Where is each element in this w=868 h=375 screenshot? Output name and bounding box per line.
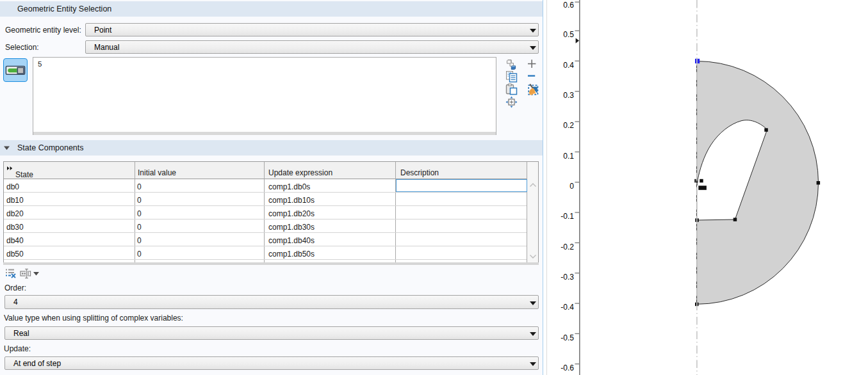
svg-text:-0.4: -0.4 bbox=[561, 303, 574, 312]
svg-text:-0.6: -0.6 bbox=[561, 363, 574, 372]
svg-text:0.5: 0.5 bbox=[563, 30, 574, 39]
svg-text:-0.2: -0.2 bbox=[561, 243, 574, 251]
svg-text:0.6: 0.6 bbox=[563, 1, 574, 10]
svg-text:0.1: 0.1 bbox=[563, 152, 574, 161]
svg-text:0: 0 bbox=[569, 182, 574, 191]
svg-text:-0.5: -0.5 bbox=[561, 333, 574, 342]
svg-text:0.2: 0.2 bbox=[563, 121, 574, 130]
svg-text:0.4: 0.4 bbox=[563, 61, 574, 70]
svg-text:-0.1: -0.1 bbox=[561, 212, 574, 221]
svg-text:-0.3: -0.3 bbox=[561, 273, 574, 282]
svg-text:0.3: 0.3 bbox=[563, 91, 574, 100]
